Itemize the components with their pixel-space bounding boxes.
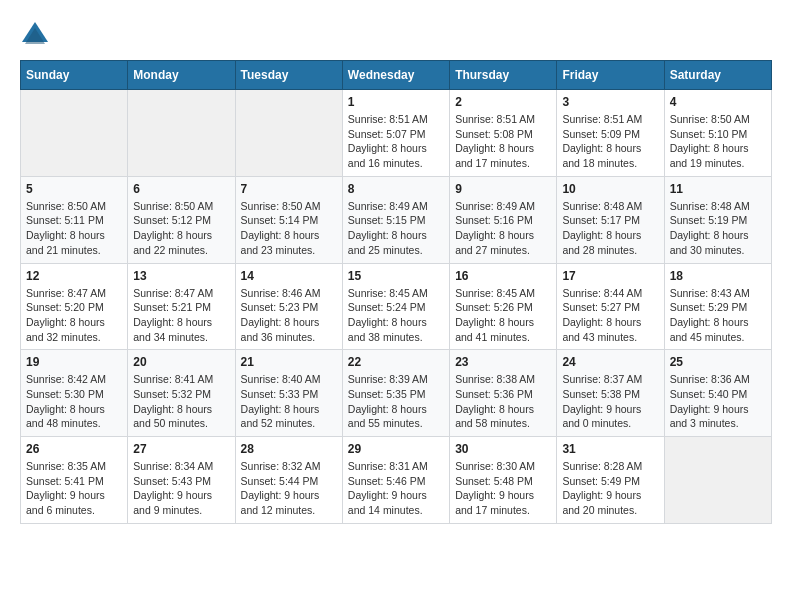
day-number: 17 [562, 269, 658, 283]
header-day: Thursday [450, 61, 557, 90]
day-info: Sunrise: 8:36 AM Sunset: 5:40 PM Dayligh… [670, 372, 766, 431]
day-info: Sunrise: 8:50 AM Sunset: 5:10 PM Dayligh… [670, 112, 766, 171]
day-number: 2 [455, 95, 551, 109]
header-day: Sunday [21, 61, 128, 90]
header-day: Saturday [664, 61, 771, 90]
day-info: Sunrise: 8:34 AM Sunset: 5:43 PM Dayligh… [133, 459, 229, 518]
calendar-cell: 11Sunrise: 8:48 AM Sunset: 5:19 PM Dayli… [664, 176, 771, 263]
day-info: Sunrise: 8:42 AM Sunset: 5:30 PM Dayligh… [26, 372, 122, 431]
calendar-cell [128, 90, 235, 177]
day-number: 31 [562, 442, 658, 456]
calendar-cell: 8Sunrise: 8:49 AM Sunset: 5:15 PM Daylig… [342, 176, 449, 263]
calendar-cell: 23Sunrise: 8:38 AM Sunset: 5:36 PM Dayli… [450, 350, 557, 437]
day-info: Sunrise: 8:32 AM Sunset: 5:44 PM Dayligh… [241, 459, 337, 518]
day-number: 7 [241, 182, 337, 196]
day-number: 23 [455, 355, 551, 369]
day-info: Sunrise: 8:47 AM Sunset: 5:21 PM Dayligh… [133, 286, 229, 345]
calendar-week-row: 26Sunrise: 8:35 AM Sunset: 5:41 PM Dayli… [21, 437, 772, 524]
day-number: 11 [670, 182, 766, 196]
day-info: Sunrise: 8:28 AM Sunset: 5:49 PM Dayligh… [562, 459, 658, 518]
day-info: Sunrise: 8:31 AM Sunset: 5:46 PM Dayligh… [348, 459, 444, 518]
day-info: Sunrise: 8:50 AM Sunset: 5:14 PM Dayligh… [241, 199, 337, 258]
calendar-cell: 10Sunrise: 8:48 AM Sunset: 5:17 PM Dayli… [557, 176, 664, 263]
calendar-cell: 9Sunrise: 8:49 AM Sunset: 5:16 PM Daylig… [450, 176, 557, 263]
header-day: Monday [128, 61, 235, 90]
calendar-cell: 25Sunrise: 8:36 AM Sunset: 5:40 PM Dayli… [664, 350, 771, 437]
calendar-cell: 27Sunrise: 8:34 AM Sunset: 5:43 PM Dayli… [128, 437, 235, 524]
day-number: 8 [348, 182, 444, 196]
day-info: Sunrise: 8:48 AM Sunset: 5:17 PM Dayligh… [562, 199, 658, 258]
day-number: 20 [133, 355, 229, 369]
day-info: Sunrise: 8:46 AM Sunset: 5:23 PM Dayligh… [241, 286, 337, 345]
day-info: Sunrise: 8:39 AM Sunset: 5:35 PM Dayligh… [348, 372, 444, 431]
day-info: Sunrise: 8:51 AM Sunset: 5:07 PM Dayligh… [348, 112, 444, 171]
calendar-cell: 7Sunrise: 8:50 AM Sunset: 5:14 PM Daylig… [235, 176, 342, 263]
calendar-cell: 2Sunrise: 8:51 AM Sunset: 5:08 PM Daylig… [450, 90, 557, 177]
day-number: 28 [241, 442, 337, 456]
calendar-cell: 22Sunrise: 8:39 AM Sunset: 5:35 PM Dayli… [342, 350, 449, 437]
day-number: 19 [26, 355, 122, 369]
calendar-cell: 5Sunrise: 8:50 AM Sunset: 5:11 PM Daylig… [21, 176, 128, 263]
calendar-cell: 12Sunrise: 8:47 AM Sunset: 5:20 PM Dayli… [21, 263, 128, 350]
day-number: 15 [348, 269, 444, 283]
day-info: Sunrise: 8:40 AM Sunset: 5:33 PM Dayligh… [241, 372, 337, 431]
day-info: Sunrise: 8:47 AM Sunset: 5:20 PM Dayligh… [26, 286, 122, 345]
day-number: 22 [348, 355, 444, 369]
day-number: 6 [133, 182, 229, 196]
day-info: Sunrise: 8:50 AM Sunset: 5:12 PM Dayligh… [133, 199, 229, 258]
calendar-cell: 30Sunrise: 8:30 AM Sunset: 5:48 PM Dayli… [450, 437, 557, 524]
calendar-cell: 18Sunrise: 8:43 AM Sunset: 5:29 PM Dayli… [664, 263, 771, 350]
day-info: Sunrise: 8:48 AM Sunset: 5:19 PM Dayligh… [670, 199, 766, 258]
calendar-cell: 26Sunrise: 8:35 AM Sunset: 5:41 PM Dayli… [21, 437, 128, 524]
header-row: SundayMondayTuesdayWednesdayThursdayFrid… [21, 61, 772, 90]
day-info: Sunrise: 8:50 AM Sunset: 5:11 PM Dayligh… [26, 199, 122, 258]
logo [20, 20, 54, 50]
day-number: 27 [133, 442, 229, 456]
calendar-cell: 1Sunrise: 8:51 AM Sunset: 5:07 PM Daylig… [342, 90, 449, 177]
calendar-cell: 21Sunrise: 8:40 AM Sunset: 5:33 PM Dayli… [235, 350, 342, 437]
calendar-cell: 3Sunrise: 8:51 AM Sunset: 5:09 PM Daylig… [557, 90, 664, 177]
header-day: Friday [557, 61, 664, 90]
calendar-cell: 15Sunrise: 8:45 AM Sunset: 5:24 PM Dayli… [342, 263, 449, 350]
day-info: Sunrise: 8:30 AM Sunset: 5:48 PM Dayligh… [455, 459, 551, 518]
day-info: Sunrise: 8:35 AM Sunset: 5:41 PM Dayligh… [26, 459, 122, 518]
calendar-cell: 4Sunrise: 8:50 AM Sunset: 5:10 PM Daylig… [664, 90, 771, 177]
calendar-header: SundayMondayTuesdayWednesdayThursdayFrid… [21, 61, 772, 90]
day-number: 4 [670, 95, 766, 109]
page-header [20, 20, 772, 50]
day-number: 12 [26, 269, 122, 283]
logo-icon [20, 20, 50, 50]
header-day: Tuesday [235, 61, 342, 90]
calendar-cell: 20Sunrise: 8:41 AM Sunset: 5:32 PM Dayli… [128, 350, 235, 437]
day-info: Sunrise: 8:51 AM Sunset: 5:09 PM Dayligh… [562, 112, 658, 171]
calendar-cell: 16Sunrise: 8:45 AM Sunset: 5:26 PM Dayli… [450, 263, 557, 350]
day-info: Sunrise: 8:41 AM Sunset: 5:32 PM Dayligh… [133, 372, 229, 431]
day-number: 16 [455, 269, 551, 283]
day-number: 29 [348, 442, 444, 456]
calendar-cell: 17Sunrise: 8:44 AM Sunset: 5:27 PM Dayli… [557, 263, 664, 350]
calendar-cell: 29Sunrise: 8:31 AM Sunset: 5:46 PM Dayli… [342, 437, 449, 524]
calendar-cell: 19Sunrise: 8:42 AM Sunset: 5:30 PM Dayli… [21, 350, 128, 437]
calendar-cell [664, 437, 771, 524]
day-number: 24 [562, 355, 658, 369]
day-number: 26 [26, 442, 122, 456]
calendar-cell: 6Sunrise: 8:50 AM Sunset: 5:12 PM Daylig… [128, 176, 235, 263]
calendar-cell: 13Sunrise: 8:47 AM Sunset: 5:21 PM Dayli… [128, 263, 235, 350]
calendar-cell [235, 90, 342, 177]
calendar-week-row: 19Sunrise: 8:42 AM Sunset: 5:30 PM Dayli… [21, 350, 772, 437]
day-number: 14 [241, 269, 337, 283]
calendar-cell: 24Sunrise: 8:37 AM Sunset: 5:38 PM Dayli… [557, 350, 664, 437]
day-info: Sunrise: 8:45 AM Sunset: 5:24 PM Dayligh… [348, 286, 444, 345]
day-number: 1 [348, 95, 444, 109]
day-info: Sunrise: 8:49 AM Sunset: 5:16 PM Dayligh… [455, 199, 551, 258]
day-info: Sunrise: 8:49 AM Sunset: 5:15 PM Dayligh… [348, 199, 444, 258]
calendar-cell: 31Sunrise: 8:28 AM Sunset: 5:49 PM Dayli… [557, 437, 664, 524]
day-info: Sunrise: 8:43 AM Sunset: 5:29 PM Dayligh… [670, 286, 766, 345]
day-info: Sunrise: 8:45 AM Sunset: 5:26 PM Dayligh… [455, 286, 551, 345]
calendar-week-row: 5Sunrise: 8:50 AM Sunset: 5:11 PM Daylig… [21, 176, 772, 263]
calendar-body: 1Sunrise: 8:51 AM Sunset: 5:07 PM Daylig… [21, 90, 772, 524]
day-info: Sunrise: 8:38 AM Sunset: 5:36 PM Dayligh… [455, 372, 551, 431]
day-info: Sunrise: 8:37 AM Sunset: 5:38 PM Dayligh… [562, 372, 658, 431]
header-day: Wednesday [342, 61, 449, 90]
day-number: 30 [455, 442, 551, 456]
